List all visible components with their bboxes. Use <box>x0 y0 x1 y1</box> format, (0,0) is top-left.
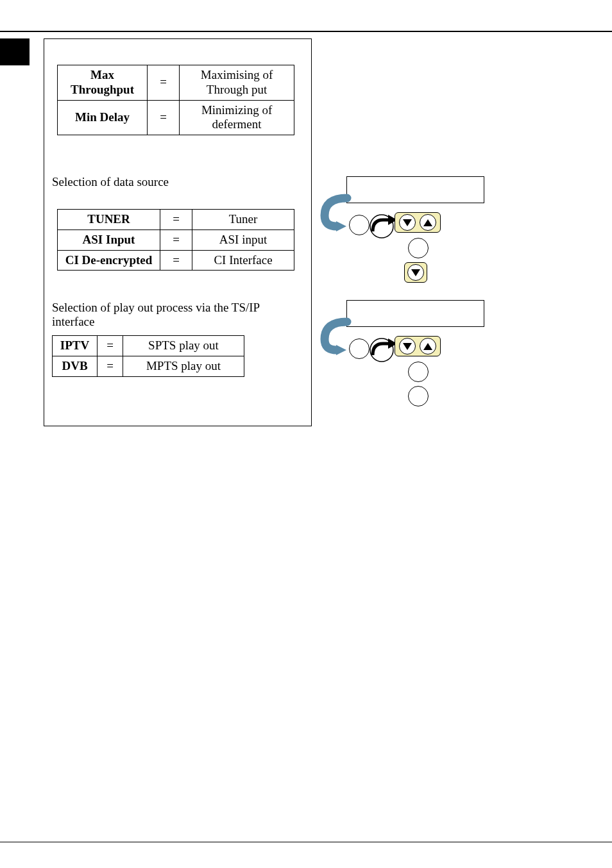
up-down-control[interactable] <box>395 336 441 356</box>
table-row: Min Delay = Minimizing of deferment <box>58 100 294 135</box>
up-down-control[interactable] <box>395 212 441 233</box>
button-placeholder-icon <box>349 338 370 359</box>
top-rule <box>0 31 612 32</box>
table-row: CI De-encrypted = CI Interface <box>58 250 294 271</box>
button-placeholder-icon <box>408 238 429 258</box>
def-cell: ASI input <box>192 230 294 250</box>
equals-cell: = <box>98 356 123 376</box>
table-row: DVB = MPTS play out <box>53 356 244 376</box>
table-row: TUNER = Tuner <box>58 210 294 230</box>
bottom-rule <box>0 842 612 843</box>
def-cell: MPTS play out <box>123 356 244 376</box>
data-source-table: TUNER = Tuner ASI Input = ASI input CI D… <box>57 209 294 271</box>
down-button-icon[interactable] <box>407 264 424 281</box>
svg-marker-0 <box>336 221 346 231</box>
up-button-icon[interactable] <box>420 214 436 231</box>
content-frame: Max Throughput = Maximising of Through p… <box>44 38 312 426</box>
control-diagram <box>322 176 502 285</box>
equals-cell: = <box>160 230 192 250</box>
term-cell: TUNER <box>58 210 160 230</box>
def-cell: CI Interface <box>192 250 294 271</box>
throughput-delay-table: Max Throughput = Maximising of Through p… <box>57 65 294 135</box>
def-cell: Maximising of Through put <box>180 65 294 101</box>
equals-cell: = <box>98 336 123 356</box>
section-heading: Selection of play out process via the TS… <box>52 301 302 329</box>
playout-table: IPTV = SPTS play out DVB = MPTS play out <box>52 335 244 377</box>
display-box <box>346 300 484 327</box>
equals-cell: = <box>160 250 192 271</box>
def-cell: SPTS play out <box>123 336 244 356</box>
display-box <box>346 176 484 203</box>
equals-cell: = <box>148 65 180 101</box>
term-cell: DVB <box>53 356 98 376</box>
term-cell: Min Delay <box>58 100 148 135</box>
table-row: ASI Input = ASI input <box>58 230 294 250</box>
term-cell: ASI Input <box>58 230 160 250</box>
term-cell: Max Throughput <box>58 65 148 101</box>
equals-cell: = <box>148 100 180 135</box>
table-row: IPTV = SPTS play out <box>53 336 244 356</box>
button-placeholder-icon <box>408 386 429 406</box>
def-cell: Minimizing of deferment <box>180 100 294 135</box>
side-tab-marker <box>0 38 30 65</box>
up-button-icon[interactable] <box>420 338 436 355</box>
section-heading: Selection of data source <box>52 175 169 189</box>
down-button-icon[interactable] <box>399 338 416 355</box>
equals-cell: = <box>160 210 192 230</box>
down-button-icon[interactable] <box>399 214 416 231</box>
term-cell: IPTV <box>53 336 98 356</box>
svg-marker-3 <box>336 345 346 355</box>
def-cell: Tuner <box>192 210 294 230</box>
control-diagram <box>322 300 502 409</box>
button-placeholder-icon <box>408 362 429 382</box>
down-control[interactable] <box>404 262 427 283</box>
button-placeholder-icon <box>349 215 370 235</box>
table-row: Max Throughput = Maximising of Through p… <box>58 65 294 101</box>
term-cell: CI De-encrypted <box>58 250 160 271</box>
